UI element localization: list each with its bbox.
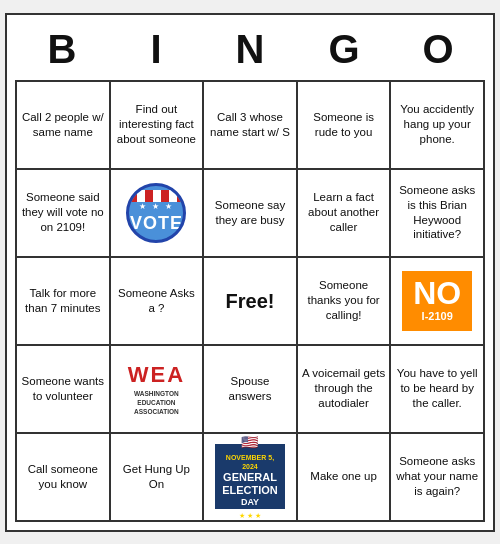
wea-badge: WEA WashingtonEducationAssociation: [128, 361, 185, 417]
bingo-header: B I N G O: [15, 23, 485, 80]
cell-r2c1: Someone said they will vote no on 2109!: [17, 170, 111, 258]
cell-r2c4: Learn a fact about another caller: [298, 170, 392, 258]
cell-r2c2-vote: ★ ★ ★ VOTE: [111, 170, 205, 258]
cell-r1c5: You accidently hang up your phone.: [391, 82, 485, 170]
vote-stars: ★ ★ ★: [139, 202, 174, 212]
cell-r2c3: Someone say they are busy: [204, 170, 298, 258]
election-stars: ★★★: [239, 511, 261, 520]
i2109-text: I-2109: [422, 309, 453, 323]
cell-r5c4: Make one up: [298, 434, 392, 522]
vote-text: VOTE: [130, 212, 183, 235]
no-text: NO: [413, 277, 461, 309]
cell-r3c5-no: NO I-2109: [391, 258, 485, 346]
cell-r4c5: You have to yell to be heard by the call…: [391, 346, 485, 434]
cell-r5c1: Call someone you know: [17, 434, 111, 522]
election-date: NOVEMBER 5, 2024: [219, 453, 281, 471]
cell-r3c4: Someone thanks you for calling!: [298, 258, 392, 346]
cell-r3c3-free: Free!: [204, 258, 298, 346]
cell-r4c2-wea: WEA WashingtonEducationAssociation: [111, 346, 205, 434]
bingo-card: B I N G O Call 2 people w/ same name Fin…: [5, 13, 495, 532]
election-flag-icon: 🇺🇸: [241, 433, 258, 451]
cell-r2c5: Someone asks is this Brian Heywood initi…: [391, 170, 485, 258]
cell-r5c5: Someone asks what your name is again?: [391, 434, 485, 522]
vote-badge: ★ ★ ★ VOTE: [126, 183, 186, 243]
cell-r3c1: Talk for more than 7 minutes: [17, 258, 111, 346]
cell-r4c1: Someone wants to volunteer: [17, 346, 111, 434]
cell-r5c3-election: 🇺🇸 NOVEMBER 5, 2024 GENERALELECTION DAY …: [204, 434, 298, 522]
letter-n: N: [210, 27, 290, 72]
wea-logo-text: WEA: [128, 361, 185, 390]
wea-subtext: WashingtonEducationAssociation: [134, 389, 179, 416]
cell-r1c1: Call 2 people w/ same name: [17, 82, 111, 170]
election-title: GENERALELECTION: [222, 471, 278, 497]
cell-r4c4: A voicemail gets through the autodialer: [298, 346, 392, 434]
election-badge: 🇺🇸 NOVEMBER 5, 2024 GENERALELECTION DAY …: [215, 444, 285, 509]
no-badge: NO I-2109: [402, 271, 472, 331]
cell-r1c3: Call 3 whose name start w/ S: [204, 82, 298, 170]
cell-r4c3: Spouse answers: [204, 346, 298, 434]
election-day-label: DAY: [241, 497, 259, 509]
cell-r3c2: Someone Asks a ?: [111, 258, 205, 346]
letter-g: G: [304, 27, 384, 72]
letter-b: B: [22, 27, 102, 72]
letter-i: I: [116, 27, 196, 72]
cell-r1c2: Find out interesting fact about someone: [111, 82, 205, 170]
cell-r5c2: Get Hung Up On: [111, 434, 205, 522]
letter-o: O: [398, 27, 478, 72]
bingo-grid: Call 2 people w/ same name Find out inte…: [15, 80, 485, 522]
cell-r1c4: Someone is rude to you: [298, 82, 392, 170]
